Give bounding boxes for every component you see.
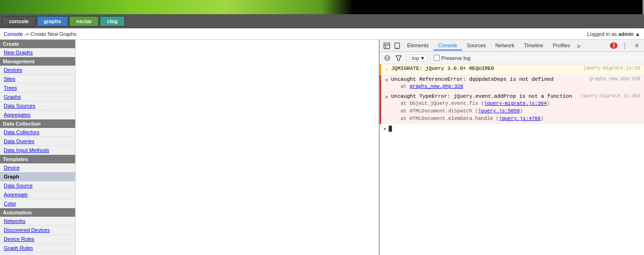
devtools-more-options-btn[interactable]: ⋮ bbox=[619, 41, 630, 51]
devtools-more-tabs[interactable]: » bbox=[575, 42, 583, 50]
console-row-jqmigrate: ⚠ JQMIGRATE: jQuery 3.0.0+ REQUIRED jque… bbox=[380, 64, 644, 75]
sidebar-item-aggregates[interactable]: Aggregates bbox=[0, 110, 75, 119]
svg-rect-0 bbox=[384, 43, 390, 49]
chevron-down-icon: ▼ bbox=[420, 55, 425, 61]
main-area: Create New Graphs Management Devices Sit… bbox=[0, 40, 644, 255]
sidebar-item-aggregate-template[interactable]: Aggregate bbox=[0, 190, 75, 199]
devtools-tabs-bar: Elements Console Sources Network Timelin… bbox=[380, 40, 644, 52]
svg-rect-3 bbox=[395, 43, 400, 49]
sidebar-management-header: Management bbox=[0, 57, 75, 66]
console-filter-btn[interactable] bbox=[394, 53, 403, 63]
tab-timeline[interactable]: Timeline bbox=[519, 41, 548, 51]
console-jqmigrate-text: JQMIGRATE: jQuery 3.0.0+ REQUIRED bbox=[391, 65, 577, 72]
console-reference-error-source[interactable]: graphs_new.php:328 bbox=[585, 76, 640, 83]
console-row-type-error: ✕ Uncaught TypeError: jQuery.event.addPr… bbox=[380, 92, 644, 124]
preserve-log-checkbox[interactable] bbox=[434, 55, 440, 61]
sidebar-item-sites[interactable]: Sites bbox=[0, 75, 75, 84]
console-output: ⚠ JQMIGRATE: jQuery 3.0.0+ REQUIRED jque… bbox=[380, 64, 644, 255]
error-icon-1: ✕ bbox=[385, 76, 388, 85]
toolbar-divider bbox=[406, 54, 407, 62]
console-type-error-source[interactable]: jquery-migrate.js:364 bbox=[577, 93, 640, 100]
devtools-device-icon[interactable] bbox=[392, 41, 402, 51]
devtools-panel: Elements Console Sources Network Timelin… bbox=[379, 40, 644, 255]
center-content bbox=[76, 40, 379, 255]
breadcrumb-bar: Console -> Create New Graphs Logged in a… bbox=[0, 28, 644, 40]
devtools-inspect-icon[interactable] bbox=[382, 41, 392, 51]
console-context-dropdown[interactable]: top ▼ bbox=[409, 54, 427, 62]
console-input-row: ▸ bbox=[380, 124, 644, 133]
sidebar-item-graphs[interactable]: Graphs bbox=[0, 93, 75, 102]
sidebar-item-data-input-methods[interactable]: Data Input Methods bbox=[0, 146, 75, 155]
sidebar-item-graph-template[interactable]: Graph bbox=[0, 172, 75, 181]
tab-profiles[interactable]: Profiles bbox=[548, 41, 575, 51]
sidebar-item-tree-rules[interactable]: Tree Rules bbox=[0, 253, 75, 255]
toolbar-divider2 bbox=[430, 54, 431, 62]
sidebar-item-color-template[interactable]: Color bbox=[0, 199, 75, 208]
devtools-close-btn[interactable]: × bbox=[632, 41, 642, 51]
console-toolbar: top ▼ Preserve log bbox=[380, 52, 644, 64]
sidebar-item-graph-rules[interactable]: Graph Rules bbox=[0, 244, 75, 253]
top-nav: console graphs nectar clog bbox=[0, 14, 644, 28]
preserve-log-label[interactable]: Preserve log bbox=[434, 55, 470, 61]
tab-graphs[interactable]: graphs bbox=[37, 16, 69, 26]
console-prompt-icon: ▸ bbox=[383, 125, 387, 132]
error-count-badge: 2 bbox=[610, 42, 618, 49]
devtools-actions: 2 ⋮ × bbox=[610, 41, 642, 51]
tab-console[interactable]: console bbox=[2, 16, 36, 26]
jquery-dispatch-link[interactable]: jquery.js:5059 bbox=[478, 108, 520, 114]
sidebar-templates-header: Templates bbox=[0, 155, 75, 163]
tab-nectar[interactable]: nectar bbox=[69, 16, 99, 26]
jquery-elemdata-link[interactable]: jquery.js:4766 bbox=[499, 116, 540, 121]
sidebar-item-trees[interactable]: Trees bbox=[0, 84, 75, 93]
console-clear-btn[interactable] bbox=[383, 53, 392, 63]
breadcrumb-current: Create New Graphs bbox=[31, 31, 77, 37]
sidebar-item-device-rules[interactable]: Device Rules bbox=[0, 235, 75, 244]
sidebar-item-data-source-template[interactable]: Data Source bbox=[0, 181, 75, 190]
graphs-new-link-1[interactable]: graphs_new.php:328 bbox=[409, 84, 463, 89]
sidebar-data-collection-header: Data Collection bbox=[0, 119, 75, 128]
sidebar: Create New Graphs Management Devices Sit… bbox=[0, 40, 76, 255]
console-type-error-text: Uncaught TypeError: jQuery.event.addProp… bbox=[391, 93, 574, 123]
warning-icon: ⚠ bbox=[385, 66, 388, 74]
tab-console[interactable]: Console bbox=[434, 41, 462, 51]
sidebar-item-new-graphs[interactable]: New Graphs bbox=[0, 48, 75, 57]
header-banner bbox=[0, 0, 644, 14]
header-banner-left bbox=[0, 0, 643, 14]
sidebar-item-data-sources[interactable]: Data Sources bbox=[0, 102, 75, 110]
console-cursor bbox=[389, 126, 392, 132]
console-row-reference-error: ✕ Uncaught ReferenceError: dqUpdateDeps … bbox=[380, 75, 644, 92]
console-reference-error-text: Uncaught ReferenceError: dqUpdateDeps is… bbox=[391, 76, 583, 91]
sidebar-item-device-template[interactable]: Device bbox=[0, 163, 75, 172]
sidebar-automation-header: Automation bbox=[0, 208, 75, 217]
sidebar-create-header: Create bbox=[0, 40, 75, 48]
sidebar-item-networks[interactable]: Networks bbox=[0, 217, 75, 226]
jq-migrate-link[interactable]: jquery-migrate.js:364 bbox=[484, 101, 547, 106]
breadcrumb-arrow: -> bbox=[24, 31, 30, 37]
sidebar-item-data-collectors[interactable]: Data Collectors bbox=[0, 128, 75, 137]
console-type-error-nested: at Object.jQuery.event.fix (jquery-migra… bbox=[391, 100, 574, 122]
console-jqmigrate-source[interactable]: jquery-migrate.js:19 bbox=[580, 65, 640, 72]
tab-clog[interactable]: clog bbox=[100, 16, 125, 26]
breadcrumb: Console -> Create New Graphs bbox=[4, 31, 77, 37]
breadcrumb-console-link[interactable]: Console bbox=[4, 31, 23, 37]
console-reference-error-nested: at graphs_new.php:328 bbox=[391, 83, 583, 91]
tab-network[interactable]: Network bbox=[491, 41, 519, 51]
tab-sources[interactable]: Sources bbox=[462, 41, 490, 51]
svg-marker-7 bbox=[396, 56, 401, 60]
logged-in-status: Logged in as admin ▲ bbox=[587, 31, 640, 37]
error-icon-2: ✕ bbox=[385, 94, 388, 102]
sidebar-item-devices[interactable]: Devices bbox=[0, 66, 75, 75]
tab-elements[interactable]: Elements bbox=[402, 41, 434, 51]
sidebar-item-discovered-devices[interactable]: Discovered Devices bbox=[0, 226, 75, 235]
sidebar-item-data-queries[interactable]: Data Queries bbox=[0, 137, 75, 146]
